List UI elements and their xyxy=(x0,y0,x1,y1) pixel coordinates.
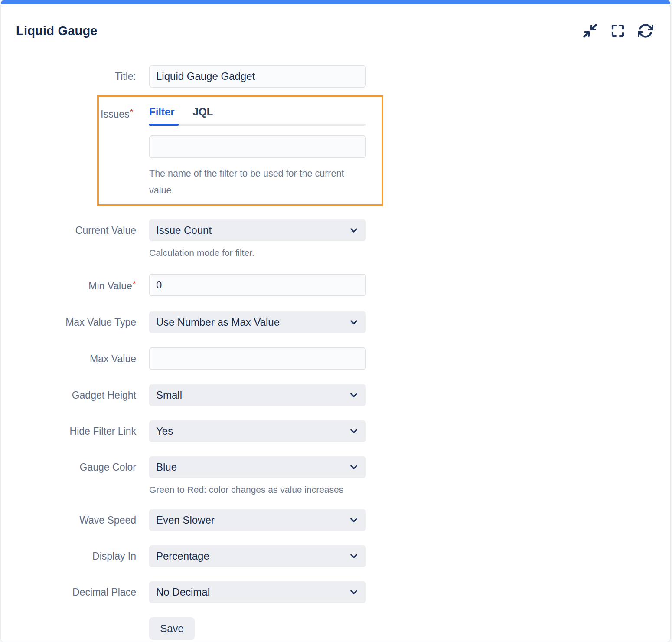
title-label: Title: xyxy=(16,65,136,88)
issues-highlight-box: Issues* Filter JQL The name of the filte… xyxy=(97,95,383,206)
max-value-type-select[interactable]: Use Number as Max Value xyxy=(149,311,366,333)
max-value-type-row: Max Value Type Use Number as Max Value xyxy=(16,311,670,333)
tab-underline-track xyxy=(149,124,366,126)
gauge-color-row: Gauge Color Blue Green to Red: color cha… xyxy=(16,456,670,495)
title-input[interactable] xyxy=(149,65,366,88)
gauge-color-label: Gauge Color xyxy=(16,456,136,495)
min-value-row: Min Value* xyxy=(16,272,670,297)
collapse-icon xyxy=(582,23,598,39)
page-title: Liquid Gauge xyxy=(16,24,98,38)
max-value-label: Max Value xyxy=(16,347,136,370)
gadget-height-row: Gadget Height Small xyxy=(16,384,670,406)
chevron-down-icon xyxy=(349,391,358,400)
fullscreen-button[interactable] xyxy=(610,23,626,39)
chevron-down-icon xyxy=(349,318,358,327)
filter-name-input[interactable] xyxy=(149,135,366,158)
chevron-down-icon xyxy=(349,427,358,436)
max-value-input[interactable] xyxy=(149,347,366,370)
save-row: Save xyxy=(16,617,670,640)
gadget-header: Liquid Gauge xyxy=(16,22,654,40)
tab-filter[interactable]: Filter xyxy=(149,106,175,118)
min-value-label: Min Value* xyxy=(16,272,136,297)
required-asterisk: * xyxy=(133,278,136,288)
top-accent-bar xyxy=(1,0,670,4)
config-form: Title: Issues* Filter JQL The name of th… xyxy=(16,65,670,640)
tab-jql[interactable]: JQL xyxy=(193,106,213,118)
gadget-height-select[interactable]: Small xyxy=(149,384,366,406)
chevron-down-icon xyxy=(349,463,358,472)
current-value-label: Current Value xyxy=(16,219,136,258)
chevron-down-icon xyxy=(349,516,358,524)
chevron-down-icon xyxy=(349,226,358,235)
wave-speed-select[interactable]: Even Slower xyxy=(149,509,366,531)
current-value-select[interactable]: Issue Count xyxy=(149,219,366,241)
min-value-input[interactable] xyxy=(149,274,366,296)
save-button[interactable]: Save xyxy=(149,617,195,640)
tab-active-underline xyxy=(149,124,179,126)
hide-filter-link-label: Hide Filter Link xyxy=(16,420,136,442)
display-in-row: Display In Percentage xyxy=(16,545,670,567)
decimal-place-row: Decimal Place No Decimal xyxy=(16,581,670,603)
current-value-row: Current Value Issue Count Calculation mo… xyxy=(16,219,670,258)
display-in-label: Display In xyxy=(16,545,136,567)
gadget-config-panel: Liquid Gauge xyxy=(0,0,671,642)
issues-tabs: Filter JQL xyxy=(149,103,366,121)
decimal-place-label: Decimal Place xyxy=(16,581,136,603)
display-in-select[interactable]: Percentage xyxy=(149,545,366,567)
hide-filter-link-select[interactable]: Yes xyxy=(149,420,366,442)
header-icon-group xyxy=(582,23,654,39)
max-value-row: Max Value xyxy=(16,347,670,370)
gadget-height-label: Gadget Height xyxy=(16,384,136,406)
fullscreen-icon xyxy=(610,23,626,39)
gauge-color-helper: Green to Red: color changes as value inc… xyxy=(149,485,366,495)
chevron-down-icon xyxy=(349,552,358,560)
refresh-icon xyxy=(638,23,653,39)
required-asterisk: * xyxy=(130,107,133,117)
collapse-button[interactable] xyxy=(582,23,598,39)
gauge-color-select[interactable]: Blue xyxy=(149,456,366,478)
filter-helper-text: The name of the filter to be used for th… xyxy=(149,165,353,199)
hide-filter-link-row: Hide Filter Link Yes xyxy=(16,420,670,442)
title-row: Title: xyxy=(16,65,670,88)
chevron-down-icon xyxy=(349,588,358,596)
wave-speed-row: Wave Speed Even Slower xyxy=(16,509,670,531)
decimal-place-select[interactable]: No Decimal xyxy=(149,581,366,603)
wave-speed-label: Wave Speed xyxy=(16,509,136,531)
current-value-helper: Calculation mode for filter. xyxy=(149,248,366,258)
issues-label: Issues* xyxy=(101,103,149,123)
max-value-type-label: Max Value Type xyxy=(16,311,136,333)
refresh-button[interactable] xyxy=(637,23,654,39)
